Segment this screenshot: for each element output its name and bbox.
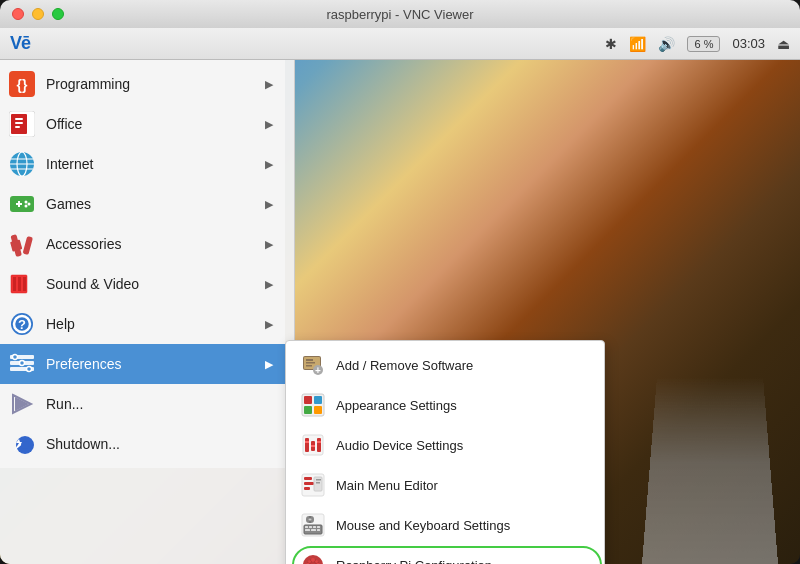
submenu-label-add-remove-software: Add / Remove Software [336, 358, 473, 373]
submenu-label-main-menu-editor: Main Menu Editor [336, 478, 438, 493]
menu-label-preferences: Preferences [46, 356, 265, 372]
menu-label-games: Games [46, 196, 265, 212]
svg-rect-55 [305, 441, 309, 443]
svg-rect-56 [311, 445, 315, 447]
svg-rect-6 [15, 126, 20, 128]
minimize-button[interactable] [32, 8, 44, 20]
svg-point-84 [315, 560, 318, 563]
svg-rect-5 [15, 122, 23, 124]
submenu-item-main-menu-editor[interactable]: Main Menu Editor [286, 465, 604, 505]
office-icon [8, 110, 36, 138]
svg-text:?: ? [18, 317, 26, 332]
svg-rect-61 [304, 487, 310, 490]
arrow-office: ▶ [265, 118, 273, 131]
vnc-toolbar: Vē ✱ 📶 🔊 6 % 03:03 ⏏ [0, 28, 800, 60]
menu-item-programming[interactable]: {} Programming ▶ [0, 64, 285, 104]
raspberry-pi-config-icon [300, 552, 326, 564]
main-menu-editor-icon [300, 472, 326, 498]
application-menu: {} Programming ▶ [0, 60, 285, 468]
submenu-item-raspberry-pi-config[interactable]: Raspberry Pi Configuration [286, 545, 604, 564]
svg-rect-70 [317, 526, 320, 528]
svg-rect-63 [316, 479, 321, 481]
svg-rect-14 [16, 203, 22, 205]
svg-rect-20 [10, 239, 22, 251]
menu-item-sound-video[interactable]: Sound & Video ▶ [0, 264, 285, 304]
submenu-label-audio-device-settings: Audio Device Settings [336, 438, 463, 453]
vnc-logo: Vē [10, 33, 30, 54]
svg-rect-59 [304, 477, 312, 480]
submenu-item-appearance-settings[interactable]: Appearance Settings [286, 385, 604, 425]
svg-rect-73 [317, 529, 320, 531]
svg-point-79 [311, 558, 315, 562]
bluetooth-icon[interactable]: ✱ [605, 36, 617, 52]
svg-point-15 [25, 201, 28, 204]
submenu-label-mouse-keyboard-settings: Mouse and Keyboard Settings [336, 518, 510, 533]
svg-rect-19 [23, 236, 33, 255]
menu-item-help[interactable]: ? Help ▶ [0, 304, 285, 344]
menu-item-games[interactable]: Games ▶ [0, 184, 285, 224]
menu-item-accessories[interactable]: Accessories ▶ [0, 224, 285, 264]
arrow-internet: ▶ [265, 158, 273, 171]
submenu-label-raspberry-pi-config: Raspberry Pi Configuration [336, 558, 492, 565]
games-icon [8, 190, 36, 218]
arrow-sound-video: ▶ [265, 278, 273, 291]
submenu-item-audio-device-settings[interactable]: Audio Device Settings [286, 425, 604, 465]
eject-icon[interactable]: ⏏ [777, 36, 790, 52]
submenu-item-mouse-keyboard-settings[interactable]: Mouse and Keyboard Settings [286, 505, 604, 545]
menu-item-preferences[interactable]: Preferences ▶ [0, 344, 285, 384]
svg-point-16 [28, 203, 31, 206]
menu-item-office[interactable]: Office ▶ [0, 104, 285, 144]
volume-icon[interactable]: 🔊 [658, 36, 675, 52]
maximize-button[interactable] [52, 8, 64, 20]
vnc-icons-group: ✱ 📶 🔊 6 % 03:03 ⏏ [605, 36, 790, 52]
menu-label-sound-video: Sound & Video [46, 276, 265, 292]
svg-rect-52 [305, 438, 309, 452]
svg-rect-23 [18, 277, 21, 291]
submenu-label-appearance-settings: Appearance Settings [336, 398, 457, 413]
run-icon [8, 390, 36, 418]
programming-icon: {} [8, 70, 36, 98]
submenu-item-add-remove-software[interactable]: + Add / Remove Software [286, 345, 604, 385]
menu-label-accessories: Accessories [46, 236, 265, 252]
arrow-games: ▶ [265, 198, 273, 211]
svg-rect-47 [304, 396, 312, 404]
battery-indicator: 6 % [687, 36, 720, 52]
svg-point-38 [21, 441, 29, 449]
svg-point-83 [308, 560, 311, 563]
menu-overlay: {} Programming ▶ [0, 60, 295, 564]
audio-device-settings-icon [300, 432, 326, 458]
svg-point-17 [25, 205, 28, 208]
clock: 03:03 [732, 36, 765, 51]
main-window: raspberrypi - VNC Viewer Vē ✱ 📶 🔊 6 % 03… [0, 0, 800, 564]
shutdown-icon [8, 430, 36, 458]
svg-rect-64 [316, 482, 320, 484]
svg-text:{}: {} [17, 77, 28, 93]
svg-rect-54 [317, 438, 321, 452]
preferences-icon [8, 350, 36, 378]
wifi-icon[interactable]: 📶 [629, 36, 646, 52]
svg-rect-48 [314, 396, 322, 404]
arrow-programming: ▶ [265, 78, 273, 91]
svg-rect-57 [317, 441, 321, 443]
menu-label-help: Help [46, 316, 265, 332]
svg-rect-49 [304, 406, 312, 414]
accessories-icon [8, 230, 36, 258]
close-button[interactable] [12, 8, 24, 20]
svg-rect-68 [309, 526, 312, 528]
svg-text:+: + [315, 365, 321, 376]
menu-item-shutdown[interactable]: Shutdown... [0, 424, 285, 464]
svg-rect-43 [306, 365, 312, 367]
menu-item-run[interactable]: Run... [0, 384, 285, 424]
internet-icon [8, 150, 36, 178]
svg-rect-4 [15, 118, 23, 120]
menu-item-internet[interactable]: Internet ▶ [0, 144, 285, 184]
main-content: {} Programming ▶ [0, 60, 800, 564]
svg-rect-69 [313, 526, 316, 528]
svg-rect-76 [309, 519, 312, 521]
appearance-settings-icon [300, 392, 326, 418]
preferences-submenu: + Add / Remove Software Appearance Se [285, 340, 605, 564]
menu-label-programming: Programming [46, 76, 265, 92]
window-title: raspberrypi - VNC Viewer [326, 7, 473, 22]
help-icon: ? [8, 310, 36, 338]
svg-point-34 [27, 367, 32, 372]
